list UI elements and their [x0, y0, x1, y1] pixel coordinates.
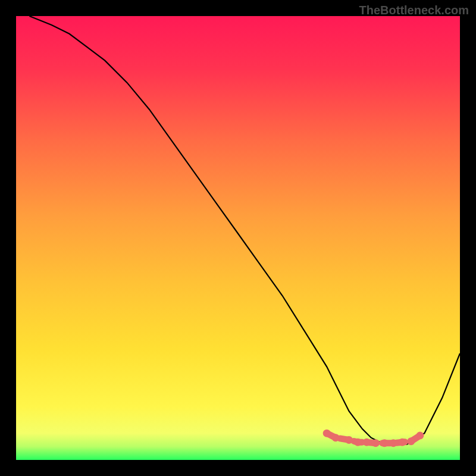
- highlight-dot: [363, 439, 371, 446]
- highlight-dot: [399, 439, 406, 446]
- chart-svg: [16, 16, 460, 460]
- highlight-dot: [390, 439, 397, 447]
- highlight-dot: [381, 439, 389, 447]
- gradient-background: [16, 16, 460, 460]
- highlight-dot: [354, 439, 362, 446]
- watermark-text: TheBottleneck.com: [359, 4, 469, 17]
- highlight-dot: [323, 430, 331, 437]
- chart-container: TheBottleneck.com: [0, 0, 476, 476]
- highlight-dot: [407, 437, 415, 445]
- highlight-dot: [372, 439, 380, 447]
- plot-area: [16, 16, 460, 460]
- highlight-dot: [332, 434, 340, 441]
- highlight-dot: [345, 436, 353, 444]
- highlight-dot: [416, 432, 424, 440]
